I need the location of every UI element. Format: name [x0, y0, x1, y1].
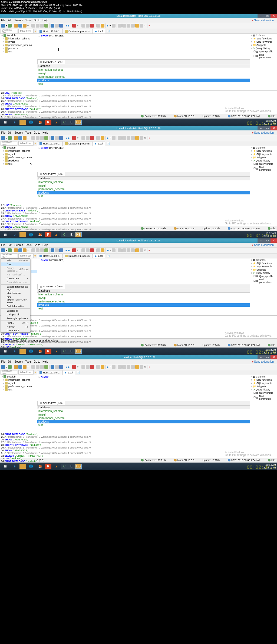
context-menu-item[interactable]: EditAlt+Enter — [1, 259, 30, 262]
menu-search[interactable]: Search — [14, 19, 23, 22]
context-menu-item[interactable]: Find text on serverShift+Ctrl+F — [1, 295, 30, 304]
results-tab[interactable]: SCHEMATA (1×5) — [43, 60, 62, 63]
window-title: Localdb\products\ - HeidiSQL 9.5.0.5196 — [1, 15, 276, 17]
toolbar-icon[interactable] — [51, 24, 54, 28]
result-row[interactable]: test — [37, 82, 250, 86]
context-menu-item[interactable]: Tree style options▸ — [1, 316, 30, 320]
context-menu-item[interactable]: Expand all — [1, 309, 30, 313]
toolbar-icon[interactable] — [1, 24, 5, 28]
database-tree[interactable]: ⊿Localdb ▹information_schema ▹mysql ▹per… — [0, 34, 37, 90]
context-menu-item[interactable]: Drop ... — [1, 262, 30, 266]
new-tab-icon[interactable]: 📄 — [107, 30, 110, 32]
minimize-button[interactable]: – — [258, 14, 264, 18]
toolbar: ▼ ▼ ◀ ▶ ▼ ▶▼ ✕ — [0, 23, 277, 29]
context-menu-item: Empty table(s) ...Shift+Del — [1, 266, 30, 273]
database-filter[interactable]: Database filter — [1, 29, 17, 33]
file-info-audio: Audio: aac, 44100 Hz, 2 channels, s16, 1… — [1, 7, 276, 10]
context-menu-item[interactable]: Disconnect — [1, 329, 30, 332]
heidi-window-4: Localdb\ - HeidiSQL 9.5.0.5196–▭✕ FileEd… — [0, 355, 277, 463]
toolbar-icon[interactable] — [8, 24, 12, 28]
context-menu-item: Clear data tab filter — [1, 280, 30, 284]
donate-link[interactable]: Send a donation — [252, 19, 274, 22]
toolbar-icon[interactable] — [135, 24, 139, 28]
taskbar-heidisql-icon[interactable]: HS — [75, 120, 82, 125]
toolbar-icon[interactable] — [112, 24, 116, 28]
titlebar[interactable]: Localdb\products\ - HeidiSQL 9.5.0.5196 … — [0, 14, 277, 18]
context-menu-item[interactable]: RefreshF5 — [1, 325, 30, 329]
toolbar-icon[interactable] — [23, 24, 27, 28]
toolbar-icon[interactable] — [140, 24, 143, 28]
toolbar-icon[interactable] — [55, 24, 59, 28]
taskbar-app-icon[interactable]: E — [68, 120, 75, 125]
taskbar-powerpoint-icon[interactable]: P — [45, 120, 51, 125]
toolbar-icon[interactable] — [36, 24, 39, 28]
menu-file[interactable]: File — [1, 19, 5, 22]
toolbar-icon[interactable] — [31, 24, 35, 28]
result-row[interactable]: products — [37, 79, 250, 82]
toolbar-icon[interactable] — [14, 24, 18, 28]
close-button[interactable]: ✕ — [271, 14, 277, 18]
toolbar-icon[interactable] — [122, 24, 126, 28]
file-info-name: File: 6. 1.7 Select and Drop Database.mp… — [1, 1, 276, 4]
result-row[interactable]: information_schema — [37, 68, 250, 72]
context-menu-item[interactable]: Export database as SQL — [1, 285, 30, 291]
taskbar-folder-icon[interactable] — [19, 120, 26, 125]
context-menu[interactable]: EditAlt+EnterDrop ...Empty table(s) ...S… — [1, 258, 30, 333]
toolbar-icon[interactable] — [44, 24, 48, 28]
menu-edit[interactable]: Edit — [8, 19, 12, 22]
maximize-button[interactable]: ▭ — [264, 14, 271, 18]
file-info-video: Video: h264, yuv420p, 1280x720, 943 kb/s… — [1, 10, 276, 13]
toolbar-icon[interactable] — [59, 24, 63, 28]
context-menu-item[interactable]: Print ...Ctrl+P — [1, 321, 30, 325]
favorite-icon[interactable]: ★ — [34, 30, 36, 32]
taskbar-vlc-icon[interactable]: ▲ — [52, 119, 61, 126]
context-menu-item[interactable]: Maintenance — [1, 291, 30, 295]
context-menu-item: Run routine(s) ... — [1, 273, 30, 277]
sql-editor[interactable]: 1SHOW DATABASES; — [37, 34, 250, 59]
toolbar-icon[interactable] — [86, 24, 90, 28]
tab-host[interactable]: Host: 127.0.0.1 — [37, 29, 62, 33]
toolbar-icon[interactable] — [96, 24, 100, 28]
taskbar-ie-icon[interactable]: e — [10, 119, 19, 126]
menu-help[interactable]: Help — [42, 19, 48, 22]
toolbar-icon[interactable] — [81, 24, 85, 28]
toolbar-icon[interactable] — [118, 24, 122, 28]
table-filter[interactable]: Table filter — [18, 29, 34, 33]
toolbar-icon[interactable] — [40, 24, 44, 28]
taskbar-firefox-icon[interactable]: 🦊 — [36, 119, 44, 126]
menubar: File Edit Search Tools Go to Help Send a… — [0, 18, 277, 23]
toolbar-icon[interactable] — [18, 24, 22, 28]
start-button[interactable]: ⊞ — [1, 119, 10, 126]
sql-log[interactable]: 22 USE `Products`;23 /* Affected rows: 0… — [0, 90, 277, 114]
taskbar-app-icon[interactable]: C — [61, 120, 68, 125]
toolbar-icon[interactable] — [90, 24, 94, 28]
file-info-size: Size: 22113747 bytes (21.09 MiB), durati… — [1, 4, 276, 7]
tab-query[interactable]: ▶1.sql — [93, 29, 105, 33]
result-row[interactable]: mysql — [37, 72, 250, 75]
context-menu-item[interactable]: Create new▸ — [1, 277, 30, 280]
menu-tools[interactable]: Tools — [25, 19, 31, 22]
heidi-window-1: Localdb\products\ - HeidiSQL 9.5.0.5196 … — [0, 14, 277, 119]
tab-database[interactable]: Database: products — [62, 29, 92, 33]
context-menu-item[interactable]: Bulk table editor — [1, 304, 30, 308]
toolbar-icon[interactable] — [127, 24, 130, 28]
toolbar-icon[interactable] — [101, 24, 104, 28]
result-row[interactable]: performance_schema — [37, 75, 250, 79]
toolbar-icon[interactable] — [72, 24, 76, 28]
heidi-window-2: Localdb\products\ - HeidiSQL 9.5.0.5196–… — [0, 126, 277, 231]
taskbar-chrome-icon[interactable]: 🌐 — [27, 119, 35, 126]
results-grid[interactable]: Database information_schema mysql perfor… — [37, 64, 250, 90]
taskbar[interactable]: ⊞ e 🌐 🦊 P ▲ C E HS 10:02 AM2018-09-08 00… — [0, 119, 277, 126]
context-menu-item[interactable]: Collapse all — [1, 313, 30, 316]
toolbar-icon[interactable] — [131, 24, 135, 28]
cursor-icon: ⬉ — [30, 162, 32, 165]
heidi-window-3: Localdb\products\ - HeidiSQL 9.5.0.5196–… — [0, 238, 277, 348]
helper-panel: ▹▦Columns ▹⚡SQL functions ▹⚡SQL keywords… — [250, 34, 277, 90]
menu-goto[interactable]: Go to — [34, 19, 40, 22]
